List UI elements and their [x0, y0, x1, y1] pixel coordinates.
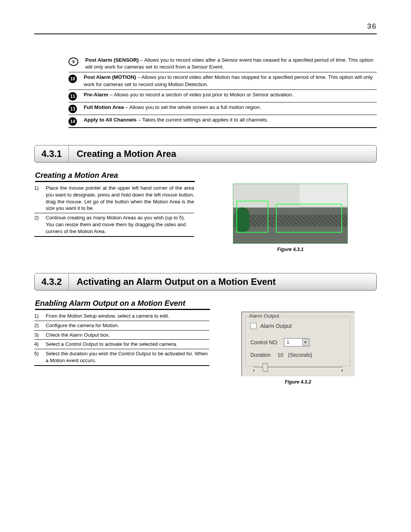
- step-number: 3): [34, 332, 46, 339]
- subsection-heading: Creating a Motion Area: [35, 171, 195, 182]
- step-number: 2): [34, 214, 46, 235]
- steps-list: 1) Place the mouse pointer at the upper …: [34, 184, 194, 252]
- duration-value: 10: [277, 352, 284, 358]
- figure-caption: Figure 4.3.1: [277, 247, 303, 252]
- step-number: 4): [34, 341, 46, 348]
- definition-text: Post Alarm (SENSOR) – Allows you to reco…: [85, 57, 377, 70]
- slider-thumb[interactable]: [263, 363, 268, 372]
- step-text: Place the mouse pointer at the upper lef…: [46, 185, 194, 212]
- definition-row: 13 Full Motion Area – Allows you to set …: [68, 102, 377, 115]
- motion-area-selection-icon: [276, 204, 342, 233]
- alarm-output-panel: Alarm Output Alarm Output Control NO. 1 …: [241, 312, 355, 376]
- section-number: 4.3.1: [35, 145, 69, 162]
- step-row: 1) Place the mouse pointer at the upper …: [34, 184, 194, 213]
- page-header-rule: 36: [34, 23, 377, 34]
- duration-slider[interactable]: [251, 363, 345, 372]
- section-number: 4.3.2: [35, 273, 69, 290]
- step-text: Select the duration you wish the Control…: [46, 350, 209, 364]
- motion-area-selection-icon: [236, 201, 268, 233]
- step-text: Select a Control Output to activate for …: [46, 341, 209, 348]
- step-row: 2) Continue creating as many Motion Area…: [34, 213, 194, 236]
- step-row: 2) Configure the camera for Motion.: [34, 321, 209, 331]
- number-badge-13-icon: 13: [68, 105, 77, 113]
- chevron-down-icon: ▼: [302, 339, 309, 346]
- definition-text: Post Alarm (MOTION) – Allows you to reco…: [84, 74, 377, 88]
- alarm-output-checkbox-label: Alarm Output: [260, 323, 292, 329]
- alarm-output-checkbox[interactable]: [250, 323, 256, 329]
- camera-screenshot-figure: [233, 184, 348, 244]
- step-text: Check the Alarm Output box.: [46, 332, 209, 339]
- definition-row: 9 Post Alarm (SENSOR) – Allows you to re…: [68, 55, 377, 72]
- number-badge-11-icon: 11: [68, 92, 77, 101]
- step-text: Continue creating as many Motion Areas a…: [46, 214, 194, 235]
- step-number: 1): [34, 313, 46, 320]
- definition-text: Apply to All Channels – Takes the curren…: [84, 117, 377, 126]
- number-badge-14-icon: 14: [68, 117, 77, 126]
- number-badge-9-icon: 9: [68, 58, 78, 66]
- alarm-output-checkbox-row: Alarm Output: [250, 323, 351, 329]
- step-number: 5): [34, 350, 46, 364]
- step-row: 5) Select the duration you wish the Cont…: [34, 349, 209, 366]
- definitions-list: 9 Post Alarm (SENSOR) – Allows you to re…: [68, 55, 377, 128]
- definition-row: 11 Pre-Alarm – Allows you to record a se…: [68, 90, 377, 102]
- control-no-value: 1: [287, 339, 289, 345]
- section-title: Creating a Motion Area: [69, 145, 184, 162]
- definition-text: Pre-Alarm – Allows you to record a secti…: [84, 91, 377, 101]
- definition-row: 14 Apply to All Channels – Takes the cur…: [68, 115, 377, 128]
- control-no-dropdown[interactable]: 1 ▼: [284, 338, 310, 347]
- slider-tick-icon: [253, 369, 254, 372]
- duration-row: Duration 10 (Seconds): [250, 352, 351, 358]
- number-badge-10-icon: 10: [68, 75, 77, 83]
- step-number: 1): [34, 185, 46, 212]
- control-no-label: Control NO.: [250, 339, 279, 345]
- step-text: Configure the camera for Motion.: [46, 322, 209, 329]
- control-no-row: Control NO. 1 ▼: [250, 338, 351, 347]
- figure-caption: Figure 4.3.2: [285, 379, 311, 385]
- definition-text: Full Motion Area – Allows you to set the…: [84, 104, 377, 113]
- duration-unit: (Seconds): [288, 352, 312, 358]
- step-row: 1) From the Motion Setup window, select …: [34, 312, 209, 321]
- slider-tick-icon: [342, 369, 342, 372]
- step-row: 3) Check the Alarm Output box.: [34, 331, 209, 340]
- section-title: Activating an Alarm Output on a Motion E…: [69, 273, 283, 290]
- fieldset-legend: Alarm Output: [247, 313, 281, 319]
- section-heading-bar: 4.3.2 Activating an Alarm Output on a Mo…: [34, 273, 377, 291]
- steps-list: 1) From the Motion Setup window, select …: [34, 312, 209, 385]
- step-text: From the Motion Setup window, select a c…: [46, 313, 209, 320]
- step-row: 4) Select a Control Output to activate f…: [34, 340, 209, 349]
- section-heading-bar: 4.3.1 Creating a Motion Area: [34, 145, 377, 163]
- subsection-heading: Enabling Alarm Output on a Motion Event: [35, 299, 210, 310]
- page-number: 36: [367, 22, 377, 30]
- step-number: 2): [34, 322, 46, 329]
- duration-label: Duration: [250, 352, 271, 358]
- definition-row: 10 Post Alarm (MOTION) – Allows you to r…: [68, 72, 377, 89]
